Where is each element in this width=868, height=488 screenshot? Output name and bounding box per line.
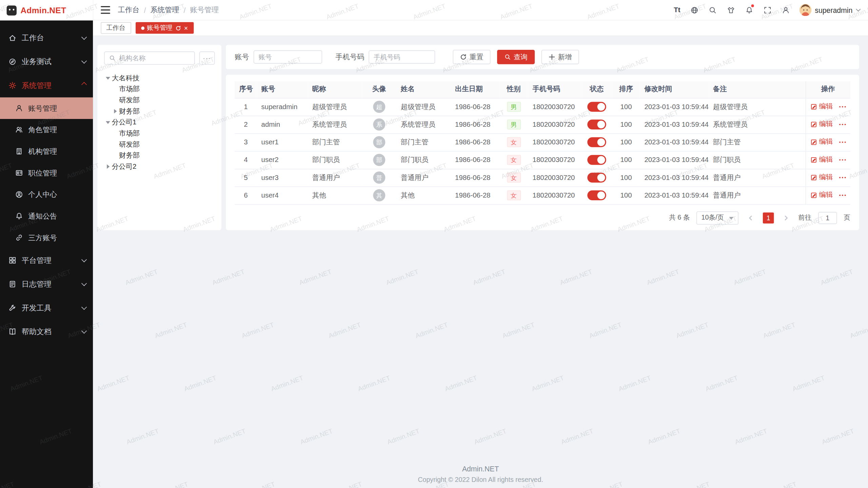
more-actions-button[interactable] xyxy=(839,174,846,181)
table-row[interactable]: 4 user2 部门职员 部 部门职员 1986-06-28 女 1802003… xyxy=(235,151,850,169)
compass-icon xyxy=(8,57,17,66)
edit-button[interactable]: 编辑 xyxy=(810,190,833,200)
tab-workbench[interactable]: 工作台 xyxy=(101,22,131,34)
cell-remark: 部门主管 xyxy=(709,133,806,151)
user-outline-icon[interactable] xyxy=(781,5,790,14)
sidebar-item-notice[interactable]: 通知公告 xyxy=(0,205,93,227)
font-size-icon[interactable]: Tt xyxy=(674,5,680,14)
notification-bell-icon[interactable] xyxy=(745,5,753,14)
org-name-field[interactable] xyxy=(119,54,190,62)
tree-node[interactable]: 大名科技 xyxy=(104,73,215,84)
status-toggle[interactable] xyxy=(587,172,606,182)
refresh-icon xyxy=(460,54,467,60)
sidebar-item-log-management[interactable]: 日志管理 xyxy=(0,272,93,296)
phone-field[interactable] xyxy=(374,53,430,61)
page-number-active[interactable]: 1 xyxy=(763,212,774,223)
tree-node[interactable]: 分公司2 xyxy=(104,161,215,172)
more-actions-button[interactable] xyxy=(839,139,846,145)
sidebar-item-label: 职位管理 xyxy=(28,168,57,178)
language-icon[interactable] xyxy=(690,5,698,14)
table-row[interactable]: 2 admin 系统管理员 系 系统管理员 1986-06-28 男 18020… xyxy=(235,116,850,133)
tree-caret-icon[interactable] xyxy=(111,150,119,161)
table-row[interactable]: 5 user3 普通用户 普 普通用户 1986-06-28 女 1802003… xyxy=(235,169,850,186)
tree-node[interactable]: 分公司1 xyxy=(104,117,215,128)
search-icon[interactable] xyxy=(708,5,717,14)
tree-node[interactable]: 研发部 xyxy=(104,139,215,150)
sidebar-item-help-docs[interactable]: 帮助文档 xyxy=(0,320,93,344)
reset-button[interactable]: 重置 xyxy=(453,50,491,64)
cell-birthday: 1986-06-28 xyxy=(451,186,499,204)
org-more-button[interactable]: ··· xyxy=(199,52,215,65)
edit-button[interactable]: 编辑 xyxy=(810,137,833,147)
cell-phone: 18020030720 xyxy=(528,169,581,186)
sidebar-item-dev-tools[interactable]: 开发工具 xyxy=(0,296,93,320)
tree-caret-icon[interactable] xyxy=(104,117,112,128)
edit-button[interactable]: 编辑 xyxy=(810,155,833,165)
status-toggle[interactable] xyxy=(587,102,606,111)
edit-button[interactable]: 编辑 xyxy=(810,173,833,182)
status-toggle[interactable] xyxy=(587,120,606,129)
more-actions-button[interactable] xyxy=(839,157,846,163)
tree-node[interactable]: 市场部 xyxy=(104,128,215,139)
account-input[interactable] xyxy=(254,50,322,64)
next-page-button[interactable] xyxy=(781,212,792,223)
page-size-select[interactable]: 10条/页 xyxy=(696,211,738,224)
sidebar-item-position-management[interactable]: 职位管理 xyxy=(0,162,93,184)
theme-icon[interactable] xyxy=(726,5,735,14)
prev-page-button[interactable] xyxy=(745,212,756,223)
status-toggle[interactable] xyxy=(587,190,606,200)
status-toggle[interactable] xyxy=(587,155,606,165)
goto-page-input[interactable] xyxy=(818,211,837,224)
search-button[interactable]: 查询 xyxy=(497,50,535,64)
grid-icon xyxy=(8,256,17,265)
more-actions-button[interactable] xyxy=(839,121,846,128)
tree-node[interactable]: 财务部 xyxy=(104,106,215,117)
user-menu[interactable]: superadmin xyxy=(800,4,859,16)
sidebar-item-label: 账号管理 xyxy=(28,103,57,113)
tree-caret-icon[interactable] xyxy=(111,95,119,106)
username: superadmin xyxy=(815,6,852,14)
breadcrumb-item[interactable]: 系统管理 xyxy=(150,5,179,15)
tab-account-management[interactable]: 账号管理 × xyxy=(135,22,193,34)
tree-node[interactable]: 研发部 xyxy=(104,95,215,106)
sidebar-item-system-management[interactable]: 系统管理 xyxy=(0,74,93,97)
sidebar-item-third-party-account[interactable]: 三方账号 xyxy=(0,227,93,248)
cell-account: user1 xyxy=(257,133,308,151)
tree-caret-icon[interactable] xyxy=(111,139,119,150)
tools-icon xyxy=(8,304,17,312)
close-icon[interactable]: × xyxy=(184,25,188,32)
more-actions-button[interactable] xyxy=(839,192,846,199)
fullscreen-icon[interactable] xyxy=(763,5,772,14)
logo[interactable]: Admin.NET xyxy=(0,0,93,20)
hamburger-menu-icon[interactable] xyxy=(101,6,110,14)
edit-button[interactable]: 编辑 xyxy=(810,102,833,111)
phone-input[interactable] xyxy=(369,50,435,64)
tree-node[interactable]: 市场部 xyxy=(104,84,215,95)
sidebar-item-role-management[interactable]: 角色管理 xyxy=(0,119,93,141)
sidebar-item-personal-center[interactable]: 个人中心 xyxy=(0,184,93,205)
sidebar-item-business-test[interactable]: 业务测试 xyxy=(0,50,93,74)
toggle-knob xyxy=(597,174,605,182)
tree-caret-icon[interactable] xyxy=(111,106,119,117)
tree-caret-icon[interactable] xyxy=(111,84,119,95)
table-row[interactable]: 6 user4 其他 其 其他 1986-06-28 女 18020030720 xyxy=(235,186,850,204)
sidebar-item-workbench[interactable]: 工作台 xyxy=(0,26,93,50)
edit-button[interactable]: 编辑 xyxy=(810,120,833,129)
more-actions-button[interactable] xyxy=(839,103,846,110)
breadcrumb-item[interactable]: 工作台 xyxy=(118,5,140,15)
add-button[interactable]: 新增 xyxy=(541,50,579,64)
tree-node[interactable]: 财务部 xyxy=(104,150,215,161)
account-field[interactable] xyxy=(258,53,317,61)
refresh-icon[interactable] xyxy=(175,25,181,30)
sidebar-item-account-management[interactable]: 账号管理 xyxy=(0,97,93,119)
sidebar-item-platform-management[interactable]: 平台管理 xyxy=(0,248,93,272)
org-search-input[interactable] xyxy=(104,52,195,65)
tree-caret-icon[interactable] xyxy=(104,161,112,172)
status-toggle[interactable] xyxy=(587,137,606,147)
cell-index: 5 xyxy=(235,169,257,186)
tree-caret-icon[interactable] xyxy=(111,128,119,139)
table-row[interactable]: 1 superadmin 超级管理员 超 超级管理员 1986-06-28 男 … xyxy=(235,98,850,116)
table-row[interactable]: 3 user1 部门主管 部 部门主管 1986-06-28 女 1802003… xyxy=(235,133,850,151)
tree-caret-icon[interactable] xyxy=(104,73,112,84)
sidebar-item-org-management[interactable]: 机构管理 xyxy=(0,141,93,162)
